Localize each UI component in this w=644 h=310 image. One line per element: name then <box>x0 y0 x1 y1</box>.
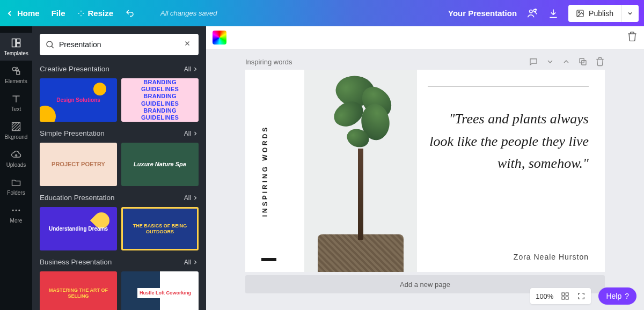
slide-author-text[interactable]: Zora Neale Hurston <box>428 253 589 261</box>
move-up-button[interactable] <box>562 57 570 66</box>
rail-text-label: Text <box>11 106 21 112</box>
comment-button[interactable] <box>529 57 538 67</box>
svg-point-0 <box>530 10 533 12</box>
resize-label: Resize <box>88 9 114 18</box>
rail-folders[interactable]: Folders <box>0 172 32 200</box>
publish-button[interactable]: Publish <box>568 5 621 22</box>
slide-accent-bar[interactable] <box>261 258 276 261</box>
search-bar <box>40 34 199 55</box>
svg-rect-20 <box>562 293 565 296</box>
svg-point-11 <box>12 209 14 211</box>
rail-uploads-label: Uploads <box>6 162 26 168</box>
zoom-controls: 100% <box>530 288 591 304</box>
template-thumbnail[interactable]: Hustle Loft Coworking <box>121 271 199 310</box>
slide-canvas[interactable]: INSPIRING WORDS "Trees and plants always… <box>245 70 605 272</box>
rail-templates[interactable]: Templates <box>0 33 32 61</box>
rail-background-label: Bkground <box>5 134 28 140</box>
delete-slide-button[interactable] <box>595 57 605 67</box>
section-simple-title: Simple Presentation <box>40 129 105 137</box>
svg-rect-8 <box>17 43 20 47</box>
rail-text[interactable]: Text <box>0 88 32 116</box>
rail-elements-label: Elements <box>5 78 27 84</box>
slide-vertical-text[interactable]: INSPIRING WORDS <box>261 125 269 217</box>
search-input[interactable] <box>59 40 181 49</box>
template-thumbnail[interactable]: Design Solutions <box>40 78 117 122</box>
section-education-title: Education Presentation <box>40 194 115 202</box>
home-label: Home <box>17 9 40 18</box>
grid-view-button[interactable] <box>561 292 569 300</box>
share-button[interactable] <box>526 8 538 19</box>
svg-rect-10 <box>17 71 20 74</box>
search-clear-button[interactable] <box>181 38 193 51</box>
color-picker-button[interactable] <box>213 31 226 45</box>
publish-dropdown[interactable] <box>621 5 639 22</box>
section-creative-all[interactable]: All <box>184 65 199 73</box>
template-thumbnail[interactable]: THE BASICS OF BEING OUTDOORS <box>121 207 199 250</box>
delete-button[interactable] <box>627 31 638 44</box>
duplicate-button[interactable] <box>578 57 588 67</box>
canvas-area: Inspiring words INSPIRING WORDS <box>206 26 644 310</box>
help-icon: ? <box>625 292 629 300</box>
svg-point-12 <box>16 209 17 211</box>
top-left-group: Home File Resize All changes saved <box>5 9 217 18</box>
templates-panel: Creative Presentation All Design Solutio… <box>32 26 206 310</box>
slide-image[interactable] <box>304 70 417 272</box>
publish-group: Publish <box>568 5 639 22</box>
template-thumbnail[interactable]: PROJECT POETRY <box>40 143 117 186</box>
rail-more[interactable]: More <box>0 200 32 228</box>
template-thumbnail[interactable]: MASTERING THE ART OF SELLING <box>40 271 117 310</box>
file-menu[interactable]: File <box>52 9 65 18</box>
top-right-group: Your Presentation Publish <box>448 5 639 22</box>
svg-line-15 <box>52 46 53 48</box>
rail-uploads[interactable]: Uploads <box>0 144 32 172</box>
move-down-button[interactable] <box>546 57 554 66</box>
svg-rect-21 <box>566 293 569 296</box>
section-business-all[interactable]: All <box>184 259 199 266</box>
template-thumbnail[interactable]: Understanding Dreams <box>40 207 117 250</box>
section-creative-title: Creative Presentation <box>40 65 109 73</box>
top-bar: Home File Resize All changes saved Your … <box>0 0 644 26</box>
zoom-level[interactable]: 100% <box>536 292 553 300</box>
help-button[interactable]: Help ? <box>598 287 636 305</box>
svg-rect-7 <box>17 39 20 42</box>
svg-rect-22 <box>562 297 565 299</box>
side-rail: Templates Elements Text Bkground Uploads… <box>0 26 32 310</box>
svg-rect-6 <box>12 39 16 47</box>
svg-point-14 <box>47 41 53 47</box>
resize-button[interactable]: Resize <box>77 9 114 18</box>
section-simple-all[interactable]: All <box>184 130 199 137</box>
undo-button[interactable] <box>125 9 135 18</box>
search-icon <box>45 40 55 49</box>
slide-quote-text[interactable]: "Trees and plants always look like the p… <box>428 108 589 247</box>
svg-point-5 <box>579 11 580 13</box>
save-status: All changes saved <box>160 9 217 17</box>
rail-templates-label: Templates <box>4 50 28 56</box>
rail-folders-label: Folders <box>7 190 25 196</box>
help-label: Help <box>606 292 621 300</box>
context-toolbar <box>206 26 644 49</box>
project-name[interactable]: Your Presentation <box>448 9 517 18</box>
rail-background[interactable]: Bkground <box>0 116 32 144</box>
svg-rect-23 <box>566 297 569 299</box>
section-business-title: Business Presentation <box>40 258 112 266</box>
template-thumbnail[interactable]: BRANDING GUIDELINES BRANDING GUIDELINES … <box>121 78 199 122</box>
slide-divider[interactable] <box>428 86 589 86</box>
publish-label: Publish <box>589 9 613 18</box>
section-education-all[interactable]: All <box>184 194 199 202</box>
rail-elements[interactable]: Elements <box>0 61 32 88</box>
rail-more-label: More <box>10 218 23 224</box>
fullscreen-button[interactable] <box>577 292 586 300</box>
slide-header: Inspiring words <box>245 57 605 67</box>
slide-title-label: Inspiring words <box>245 58 292 66</box>
download-button[interactable] <box>548 8 559 19</box>
template-thumbnail[interactable]: Luxure Nature Spa <box>121 143 199 186</box>
home-button[interactable]: Home <box>5 9 40 18</box>
svg-point-13 <box>18 209 20 211</box>
